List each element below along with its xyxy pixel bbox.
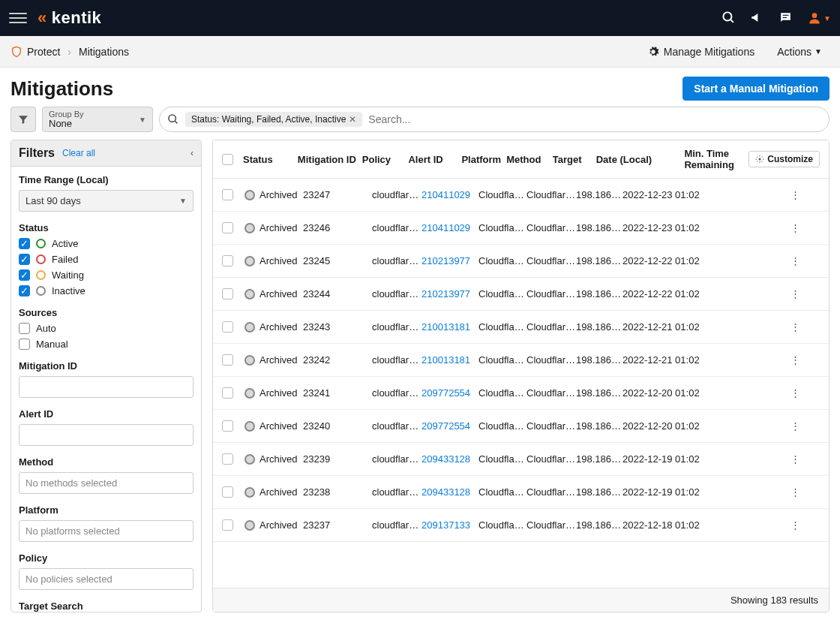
collapse-sidebar-button[interactable]: ‹ xyxy=(190,148,194,158)
table-row[interactable]: Archived 23238 cloudflar… 209433128 Clou… xyxy=(213,476,829,509)
row-alert-id-link[interactable]: 210013181 xyxy=(422,354,470,366)
status-dot-icon xyxy=(244,322,255,333)
clear-all-button[interactable]: Clear all xyxy=(62,148,95,158)
row-checkbox[interactable] xyxy=(222,321,233,333)
status-option[interactable]: ✓Failed xyxy=(19,254,194,265)
row-actions-menu[interactable]: ⋮ xyxy=(786,387,804,399)
row-platform: Cloudflar… xyxy=(478,321,526,333)
row-alert-id-link[interactable]: 209772554 xyxy=(422,420,470,432)
row-status: Archived xyxy=(260,255,298,266)
header-target[interactable]: Target xyxy=(553,154,596,165)
row-alert-id-link[interactable]: 210213977 xyxy=(422,288,470,299)
mitigation-id-input[interactable] xyxy=(19,376,194,398)
row-actions-menu[interactable]: ⋮ xyxy=(786,255,804,266)
search-bar[interactable]: Status: Waiting, Failed, Active, Inactiv… xyxy=(159,107,830,132)
status-dot-icon xyxy=(244,388,255,399)
header-alert-id[interactable]: Alert ID xyxy=(408,154,461,165)
row-checkbox[interactable] xyxy=(222,453,233,465)
row-actions-menu[interactable]: ⋮ xyxy=(786,519,804,531)
row-alert-id-link[interactable]: 209772554 xyxy=(422,387,470,399)
chat-icon[interactable] xyxy=(778,11,794,26)
row-checkbox[interactable] xyxy=(222,519,233,531)
row-actions-menu[interactable]: ⋮ xyxy=(786,453,804,465)
customize-button[interactable]: Customize xyxy=(748,151,820,167)
row-checkbox[interactable] xyxy=(222,222,233,233)
row-alert-id-link[interactable]: 209433128 xyxy=(422,453,470,465)
table-row[interactable]: Archived 23239 cloudflar… 209433128 Clou… xyxy=(213,443,829,476)
row-alert-id-link[interactable]: 209433128 xyxy=(422,486,470,498)
user-menu[interactable]: ▼ xyxy=(807,11,831,26)
table-row[interactable]: Archived 23243 cloudflar… 210013181 Clou… xyxy=(213,311,829,344)
time-range-select[interactable]: Last 90 days ▼ xyxy=(19,190,194,212)
search-input[interactable] xyxy=(368,113,821,125)
header-platform[interactable]: Platform xyxy=(461,154,506,165)
row-actions-menu[interactable]: ⋮ xyxy=(786,420,804,432)
filter-toggle-button[interactable] xyxy=(10,107,36,132)
manage-mitigations-button[interactable]: Manage Mitigations xyxy=(640,41,762,62)
table-row[interactable]: Archived 23241 cloudflar… 209772554 Clou… xyxy=(213,377,829,410)
breadcrumb-protect[interactable]: Protect xyxy=(27,46,60,58)
sources-option[interactable]: Auto xyxy=(19,323,194,334)
row-alert-id-link[interactable]: 210411029 xyxy=(422,222,470,233)
row-actions-menu[interactable]: ⋮ xyxy=(786,189,804,200)
header-policy[interactable]: Policy xyxy=(362,154,409,165)
row-actions-menu[interactable]: ⋮ xyxy=(786,288,804,299)
status-option[interactable]: ✓Waiting xyxy=(19,269,194,281)
row-status: Archived xyxy=(260,519,298,531)
header-status[interactable]: Status xyxy=(243,154,298,165)
row-method: Cloudflar… xyxy=(526,288,576,299)
row-checkbox[interactable] xyxy=(222,486,233,498)
row-checkbox[interactable] xyxy=(222,288,233,299)
table-row[interactable]: Archived 23242 cloudflar… 210013181 Clou… xyxy=(213,344,829,377)
search-icon[interactable] xyxy=(722,11,736,26)
row-actions-menu[interactable]: ⋮ xyxy=(786,321,804,333)
table-row[interactable]: Archived 23244 cloudflar… 210213977 Clou… xyxy=(213,278,829,311)
status-dot-icon xyxy=(244,520,255,531)
filters-sidebar: Filters Clear all ‹ Time Range (Local) L… xyxy=(10,140,202,612)
alert-id-input[interactable] xyxy=(19,424,194,446)
platform-label: Platform xyxy=(19,504,194,516)
platform-select[interactable]: No platforms selected xyxy=(19,520,194,542)
status-option[interactable]: ✓Active xyxy=(19,238,194,249)
table-row[interactable]: Archived 23237 cloudflar… 209137133 Clou… xyxy=(213,509,829,542)
row-actions-menu[interactable]: ⋮ xyxy=(786,354,804,366)
row-alert-id-link[interactable]: 210411029 xyxy=(422,189,470,200)
actions-dropdown[interactable]: Actions ▼ xyxy=(770,41,830,62)
table-row[interactable]: Archived 23246 cloudflar… 210411029 Clou… xyxy=(213,212,829,245)
filter-chip[interactable]: Status: Waiting, Failed, Active, Inactiv… xyxy=(185,112,362,127)
header-method[interactable]: Method xyxy=(506,154,553,165)
svg-point-7 xyxy=(759,158,761,161)
policy-select[interactable]: No policies selected xyxy=(19,568,194,590)
row-checkbox[interactable] xyxy=(222,387,233,399)
groupby-select[interactable]: Group By None ▼ xyxy=(42,107,153,132)
status-option[interactable]: ✓Inactive xyxy=(19,285,194,296)
row-alert-id-link[interactable]: 210013181 xyxy=(422,321,470,333)
row-alert-id-link[interactable]: 210213977 xyxy=(422,255,470,266)
table-row[interactable]: Archived 23245 cloudflar… 210213977 Clou… xyxy=(213,245,829,278)
breadcrumb-mitigations[interactable]: Mitigations xyxy=(79,46,129,58)
announcement-icon[interactable] xyxy=(750,11,765,26)
status-option-label: Waiting xyxy=(52,269,84,281)
select-all-checkbox[interactable] xyxy=(222,154,233,165)
header-mitigation-id[interactable]: Mitigation ID xyxy=(298,154,362,165)
logo-mark-icon: « xyxy=(38,8,47,28)
page-head: Mitigations Start a Manual Mitigation xyxy=(0,68,840,105)
row-checkbox[interactable] xyxy=(222,189,233,200)
row-actions-menu[interactable]: ⋮ xyxy=(786,486,804,498)
table-row[interactable]: Archived 23240 cloudflar… 209772554 Clou… xyxy=(213,410,829,443)
chevron-down-icon: ▼ xyxy=(139,116,146,124)
sources-option[interactable]: Manual xyxy=(19,339,194,350)
header-min-time[interactable]: Min. Time Remaining xyxy=(684,148,748,170)
menu-icon[interactable] xyxy=(9,9,27,27)
header-date[interactable]: Date (Local) xyxy=(596,154,685,165)
row-checkbox[interactable] xyxy=(222,420,233,432)
start-manual-mitigation-button[interactable]: Start a Manual Mitigation xyxy=(682,77,830,101)
row-actions-menu[interactable]: ⋮ xyxy=(786,222,804,233)
close-icon[interactable]: ✕ xyxy=(349,114,356,125)
method-select[interactable]: No methods selected xyxy=(19,472,194,494)
row-checkbox[interactable] xyxy=(222,255,233,266)
row-policy: cloudflar… xyxy=(372,255,422,266)
row-alert-id-link[interactable]: 209137133 xyxy=(422,519,470,531)
table-row[interactable]: Archived 23247 cloudflar… 210411029 Clou… xyxy=(213,179,829,212)
row-checkbox[interactable] xyxy=(222,354,233,366)
